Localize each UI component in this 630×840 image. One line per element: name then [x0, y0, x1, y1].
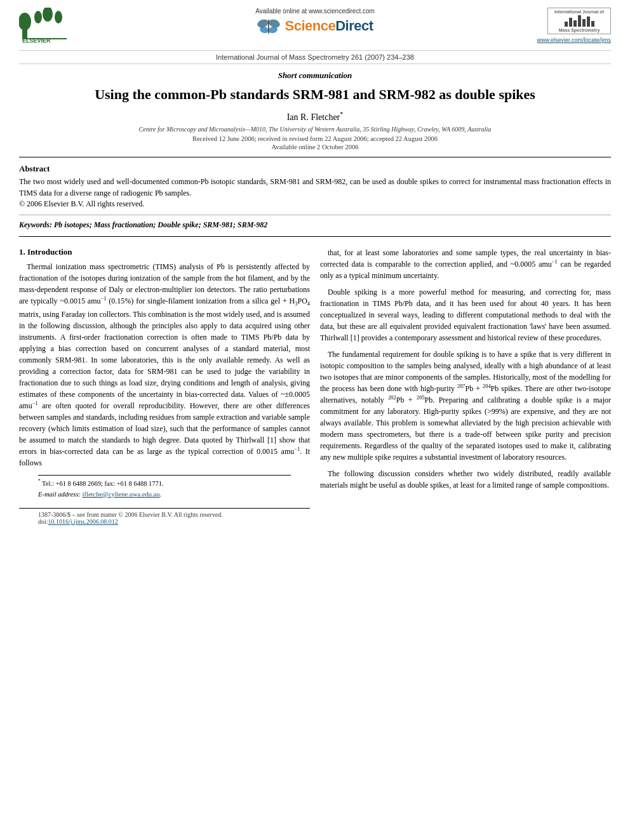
section1-heading: Introduction: [27, 247, 72, 257]
abstract-text: The two most widely used and well-docume…: [19, 177, 611, 210]
svg-point-3: [43, 8, 53, 22]
ms-bar-1: [565, 22, 568, 27]
elsevier-logo: ELSEVIER: [19, 8, 76, 43]
svg-point-2: [34, 11, 42, 23]
ms-bar-3: [573, 20, 577, 27]
author-name: Ian R. Fletcher: [287, 112, 340, 121]
divider-1: [19, 157, 611, 157]
ms-bar-5: [582, 19, 586, 27]
keywords-values: Pb isotopes; Mass fractionation; Double …: [54, 220, 267, 229]
affiliation: Centre for Microscopy and Microanalysis—…: [0, 126, 630, 133]
sciencedirect-area: Available online at www.sciencedirect.co…: [255, 8, 375, 35]
keywords-label: Keywords:: [19, 220, 52, 229]
website-text: www.elsevier.com/locate/ijms: [537, 37, 611, 43]
ms-bar-2: [569, 18, 572, 27]
right-para1: that, for at least some laboratories and…: [320, 247, 611, 281]
right-para2: Double spiking is a more powerful method…: [320, 286, 611, 343]
copyright: © 2006 Elsevier B.V. All rights reserved…: [19, 199, 144, 208]
ms-bar-6: [587, 17, 590, 27]
svg-text:ELSEVIER: ELSEVIER: [22, 37, 51, 43]
article-title: Using the common-Pb standards SRM-981 an…: [0, 86, 630, 104]
footnote-area: * Tel.: +61 8 6488 2669; fax: +61 8 6488…: [38, 475, 291, 499]
divider-2: [19, 215, 611, 215]
svg-point-1: [19, 13, 31, 30]
section1-number: 1.: [19, 247, 25, 257]
author-note: *: [340, 110, 343, 117]
sciencedirect-logo: ScienceDirect: [257, 17, 373, 35]
doi-link[interactable]: 10.1016/j.ijms.2006.08.012: [48, 518, 118, 525]
issn-line: 1387-3806/$ – see front matter © 2006 El…: [38, 511, 223, 518]
elsevier-logo-area: ELSEVIER: [19, 8, 89, 45]
section1-body: Thermal ionization mass spectrometric (T…: [19, 261, 310, 469]
email-link[interactable]: ifletche@cyllene.uwa.edu.au: [83, 491, 160, 498]
section1-title: 1. Introduction: [19, 247, 310, 257]
two-col-body: 1. Introduction Thermal ionization mass …: [0, 243, 630, 528]
abstract-section: Abstract The two most widely used and we…: [0, 164, 630, 210]
section1-para1: Thermal ionization mass spectrometric (T…: [19, 261, 310, 469]
bottom-bar: 1387-3806/$ – see front matter © 2006 El…: [19, 508, 310, 528]
abstract-title: Abstract: [19, 164, 611, 174]
mass-spec-logo-box: International Journal of Mass Spectromet…: [547, 8, 611, 34]
right-para4: The following discussion considers wheth…: [320, 468, 611, 491]
abstract-body: The two most widely used and well-docume…: [19, 177, 611, 197]
keywords: Keywords: Pb isotopes; Mass fractionatio…: [19, 220, 611, 230]
section1-right-body: that, for at least some laboratories and…: [320, 247, 611, 491]
mass-spec-title: International Journal of: [551, 10, 608, 14]
svg-point-4: [55, 11, 62, 23]
available-online-date: Available online 2 October 2006: [0, 143, 630, 150]
ms-bar-7: [591, 21, 594, 27]
author: Ian R. Fletcher*: [0, 110, 630, 123]
ms-bars-chart: [551, 15, 608, 27]
divider-3: [19, 236, 611, 237]
bottom-left: 1387-3806/$ – see front matter © 2006 El…: [38, 511, 223, 525]
right-para3: The fundamental requirement for double s…: [320, 349, 611, 463]
available-online-text: Available online at www.sciencedirect.co…: [255, 8, 375, 15]
sd-butterfly-icon: [257, 17, 281, 35]
sciencedirect-text: ScienceDirect: [285, 18, 373, 34]
article-type: Short communication: [0, 70, 630, 81]
col-right: that, for at least some laboratories and…: [320, 247, 611, 528]
received-dates: Received 12 June 2006; received in revis…: [0, 135, 630, 142]
journal-info-line: International Journal of Mass Spectromet…: [19, 50, 611, 64]
page: ELSEVIER Available online at www.science…: [0, 0, 630, 840]
col-left: 1. Introduction Thermal ionization mass …: [19, 247, 310, 528]
header: ELSEVIER Available online at www.science…: [0, 0, 630, 50]
footnote-symbol: *: [38, 478, 41, 484]
doi-line: doi:10.1016/j.ijms.2006.08.012: [38, 518, 223, 525]
footnote-tel: * Tel.: +61 8 6488 2669; fax: +61 8 6488…: [38, 478, 291, 488]
journal-logo-right: International Journal of Mass Spectromet…: [541, 8, 611, 43]
footnote-email: E-mail address: ifletche@cyllene.uwa.edu…: [38, 490, 291, 500]
mass-spec-subtitle: Mass Spectrometry: [551, 28, 608, 32]
ms-bar-4: [578, 15, 581, 27]
